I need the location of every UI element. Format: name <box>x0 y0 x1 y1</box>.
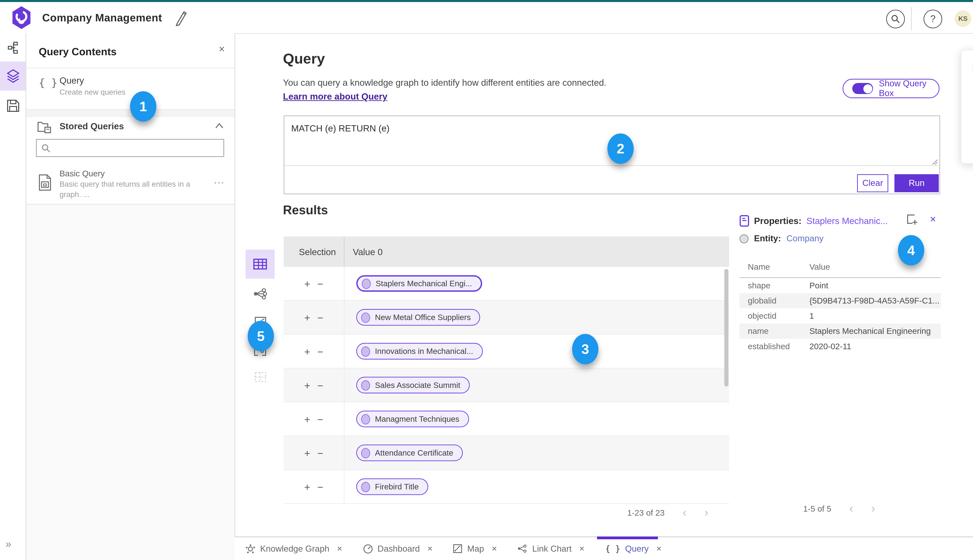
entity-pill[interactable]: Staplers Mechanical Engi... <box>356 275 482 292</box>
property-row: objectid 1 <box>739 308 941 323</box>
clear-button[interactable]: Clear <box>857 174 888 192</box>
menu-item-collapse[interactable]: » Collapse <box>961 115 973 133</box>
prev-page-button[interactable]: ‹ <box>682 507 686 518</box>
app-logo-icon[interactable] <box>12 6 31 28</box>
stored-queries-search[interactable] <box>36 139 224 157</box>
show-query-box-toggle[interactable]: Show Query Box <box>843 79 940 98</box>
layers-icon[interactable] <box>6 69 20 83</box>
add-to-selection-button[interactable]: + <box>304 312 310 323</box>
link-chart-icon <box>253 288 267 300</box>
item-options-button[interactable]: ··· <box>214 177 225 187</box>
properties-pagination: 1-5 of 5 ‹ › <box>736 503 943 514</box>
menu-item-store-as-new-query[interactable]: { } Store as New Query <box>961 87 973 105</box>
double-chevron-right-icon: » <box>5 538 10 550</box>
tab-link-chart[interactable]: Link Chart × <box>518 537 584 560</box>
column-header-selection: Selection <box>284 247 344 257</box>
entity-pill[interactable]: Firebird Title <box>356 478 428 495</box>
table-row: +− Managment Techniques <box>284 402 729 436</box>
tab-dashboard[interactable]: Dashboard × <box>363 537 433 560</box>
toggle-switch[interactable] <box>853 83 873 94</box>
entity-pill[interactable]: Sales Associate Summit <box>356 377 470 393</box>
close-tab-icon[interactable]: × <box>579 543 585 554</box>
help-button[interactable]: ? <box>924 9 942 28</box>
dashboard-icon <box>363 544 373 553</box>
entity-dot-icon <box>361 312 370 322</box>
stored-query-description: Basic query that returns all entities in… <box>60 179 191 200</box>
entity-dot-icon <box>361 448 370 458</box>
property-row: name Staplers Mechanical Engineering <box>739 323 941 339</box>
search-input[interactable] <box>55 140 223 157</box>
expand-rail-button[interactable]: » <box>5 538 10 550</box>
add-to-selection-button[interactable]: + <box>304 379 310 391</box>
next-page-button[interactable]: › <box>704 507 708 518</box>
annotation-badge-1: 1 <box>130 91 156 122</box>
stored-query-title: Basic Query <box>60 169 105 178</box>
global-search-button[interactable] <box>886 9 905 28</box>
next-page-button[interactable]: › <box>871 503 875 514</box>
prev-page-button[interactable]: ‹ <box>849 503 853 514</box>
query-file-icon <box>39 174 51 191</box>
add-to-selection-button[interactable]: + <box>304 481 310 493</box>
add-to-selection-button[interactable]: + <box>304 278 310 289</box>
remove-from-selection-button[interactable]: − <box>317 413 323 425</box>
close-tab-icon[interactable]: × <box>656 543 662 554</box>
table-row: +− Staplers Mechanical Engi... <box>284 267 729 301</box>
properties-table: Name Value shape Point globalid {5D9B471… <box>739 257 941 354</box>
close-tab-icon[interactable]: × <box>492 543 497 554</box>
results-scrollbar[interactable] <box>724 269 728 387</box>
close-tab-icon[interactable]: × <box>337 543 342 554</box>
data-model-icon[interactable] <box>6 41 20 55</box>
tab-map[interactable]: Map × <box>453 537 497 560</box>
tab-query[interactable]: { } Query × <box>605 537 662 560</box>
results-table-body: +− Staplers Mechanical Engi... +− New Me… <box>284 267 729 504</box>
add-selection-icon <box>907 214 918 225</box>
header-divider <box>911 7 912 30</box>
close-properties-button[interactable]: × <box>930 213 936 225</box>
results-pagination: 1-23 of 23 ‹ › <box>284 499 729 526</box>
user-avatar[interactable]: KS <box>955 10 971 27</box>
entity-pill[interactable]: New Metal Office Suppliers <box>356 309 480 325</box>
stored-query-item[interactable]: Basic Query Basic query that returns all… <box>26 165 234 204</box>
properties-title: Properties: <box>754 216 802 226</box>
query-contents-panel: Query Contents × { } Query Create new qu… <box>26 33 235 560</box>
edit-title-icon[interactable] <box>173 9 188 26</box>
results-table-header: Selection Value 0 <box>284 237 729 267</box>
table-row: +− Sales Associate Summit <box>284 368 729 402</box>
remove-from-selection-button[interactable]: − <box>317 379 323 391</box>
property-row: globalid {5D9B4713-F98D-4A53-A59F-C1... <box>739 293 941 308</box>
entity-dot-icon <box>361 414 370 424</box>
add-to-selection-button[interactable]: + <box>304 413 310 425</box>
remove-from-selection-button[interactable]: − <box>317 345 323 357</box>
close-tab-icon[interactable]: × <box>427 543 433 554</box>
stored-queries-header[interactable]: Stored Queries <box>26 115 234 138</box>
table-row: +− New Metal Office Suppliers <box>284 301 729 335</box>
add-to-selection-button[interactable]: + <box>304 447 310 459</box>
add-selection-button[interactable] <box>907 214 918 225</box>
query-description: You can query a knowledge graph to ident… <box>283 77 606 88</box>
properties-count: 1-5 of 5 <box>803 503 831 513</box>
page-title: Company Management <box>42 12 162 24</box>
entity-pill[interactable]: Attendance Certificate <box>356 445 463 461</box>
run-button[interactable]: Run <box>894 174 939 192</box>
query-tool-title: Query <box>60 75 84 86</box>
selected-entity-link[interactable]: Staplers Mechanic... <box>806 216 888 226</box>
resize-handle[interactable] <box>932 159 938 165</box>
save-icon[interactable] <box>6 99 20 113</box>
chevron-up-icon[interactable] <box>215 123 224 128</box>
remove-from-selection-button[interactable]: − <box>317 481 323 493</box>
remove-from-selection-button[interactable]: − <box>317 312 323 323</box>
entity-pill[interactable]: Innovations in Mechanical... <box>356 343 483 360</box>
app-window: Company Management ? KS Knowledge Studio… <box>0 0 973 560</box>
learn-more-link[interactable]: Learn more about Query <box>283 91 388 102</box>
close-panel-button[interactable]: × <box>219 43 225 55</box>
link-chart-view-button[interactable] <box>246 285 274 302</box>
remove-from-selection-button[interactable]: − <box>317 278 323 289</box>
app-header: Company Management ? KS Knowledge Studio… <box>0 2 973 34</box>
entity-pill[interactable]: Managment Techniques <box>356 411 469 427</box>
tab-knowledge-graph[interactable]: Knowledge Graph × <box>246 537 342 560</box>
table-view-button[interactable] <box>246 250 274 278</box>
remove-from-selection-button[interactable]: − <box>317 447 323 459</box>
property-row: shape Point <box>739 278 941 293</box>
panel-title: Query Contents <box>39 46 117 57</box>
add-to-selection-button[interactable]: + <box>304 345 310 357</box>
